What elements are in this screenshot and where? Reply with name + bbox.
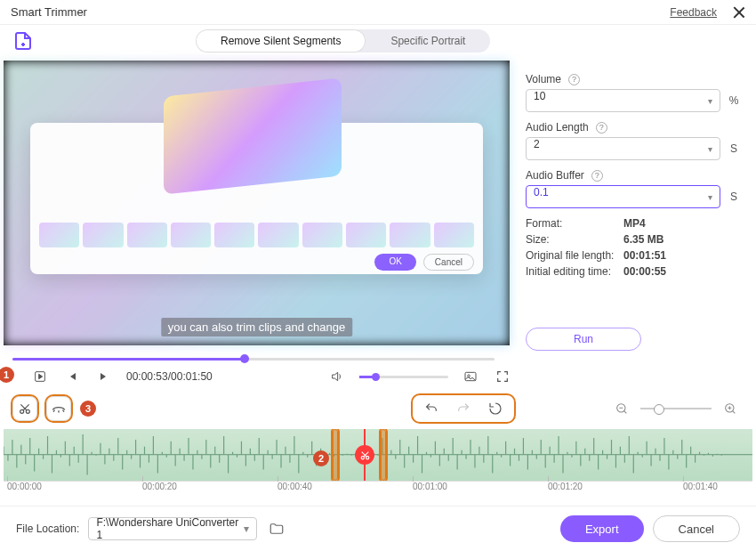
browse-folder-icon[interactable]: [266, 518, 287, 539]
callout-2: 2: [313, 450, 329, 466]
format-label: Format:: [526, 217, 623, 230]
seek-bar[interactable]: [12, 354, 744, 363]
ruler-tick: 00:01:40: [683, 482, 718, 491]
preview-cancel-button: Cancel: [423, 254, 474, 271]
cancel-button[interactable]: Cancel: [653, 515, 740, 542]
cut-marker-icon[interactable]: [355, 445, 374, 465]
prev-frame-button[interactable]: [62, 367, 82, 386]
timecode: 00:00:53/00:01:50: [126, 370, 213, 383]
help-icon[interactable]: ?: [596, 122, 607, 134]
cut-button[interactable]: [12, 396, 37, 421]
volume-select[interactable]: 10▾: [526, 89, 720, 112]
export-button[interactable]: Export: [560, 515, 644, 542]
zoom-in-button[interactable]: [720, 399, 740, 418]
ruler-tick: 00:00:00: [7, 482, 42, 491]
selection-handle-right[interactable]: [381, 429, 386, 481]
help-icon[interactable]: ?: [568, 74, 580, 85]
chevron-down-icon: ▾: [244, 523, 249, 535]
audio-buffer-label: Audio Buffer: [526, 169, 584, 182]
tab-remove-silent[interactable]: Remove Silent Segments: [196, 29, 366, 53]
tab-specific-portrait[interactable]: Specific Portrait: [366, 29, 490, 53]
volume-unit: %: [728, 94, 740, 107]
ruler-tick: 00:01:00: [413, 482, 447, 491]
ruler-tick: 00:00:40: [277, 482, 312, 491]
audio-length-select[interactable]: 2▾: [526, 137, 720, 160]
ruler-tick: 00:01:20: [548, 482, 583, 491]
audio-waveform[interactable]: 2: [4, 429, 752, 481]
preview-ok-button: OK: [374, 254, 415, 271]
zoom-slider[interactable]: [640, 408, 712, 409]
init-time-label: Initial editing time:: [526, 265, 623, 278]
format-value: MP4: [623, 217, 740, 230]
help-icon[interactable]: ?: [591, 170, 603, 182]
size-label: Size:: [526, 233, 623, 246]
size-value: 6.35 MB: [623, 233, 740, 246]
fullscreen-icon[interactable]: [493, 367, 512, 386]
chevron-down-icon: ▾: [708, 192, 712, 202]
snapshot-icon[interactable]: [461, 367, 480, 386]
callout-3: 3: [80, 401, 96, 417]
orig-length-value: 00:01:51: [623, 249, 740, 262]
volume-label: Volume: [526, 73, 561, 85]
callout-1: 1: [0, 367, 14, 383]
next-frame-button[interactable]: [94, 367, 114, 386]
close-icon[interactable]: [733, 6, 745, 19]
audio-length-unit: S: [728, 142, 740, 155]
video-preview: OK Cancel you can also trim clips and ch…: [4, 61, 510, 345]
run-button[interactable]: Run: [526, 328, 641, 351]
init-time-value: 00:00:55: [623, 265, 740, 278]
add-file-icon[interactable]: [11, 28, 36, 53]
file-location-select[interactable]: F:\Wondershare UniConverter 1▾: [88, 517, 257, 540]
zoom-out-button[interactable]: [612, 399, 631, 418]
file-location-label: File Location:: [16, 523, 79, 535]
mode-tabs: Remove Silent Segments Specific Portrait: [196, 29, 490, 53]
audio-length-label: Audio Length: [526, 121, 589, 134]
window-title: Smart Trimmer: [11, 5, 87, 19]
feedback-link[interactable]: Feedback: [670, 6, 717, 19]
redo-button[interactable]: [454, 399, 473, 418]
play-button[interactable]: [30, 367, 50, 386]
reset-button[interactable]: [486, 399, 505, 418]
video-caption: you can also trim clips and change: [161, 318, 352, 336]
selection-handle-left[interactable]: [333, 429, 338, 481]
chevron-down-icon: ▾: [708, 96, 712, 106]
orig-length-label: Original file length:: [526, 249, 623, 262]
volume-icon[interactable]: [327, 367, 347, 386]
chevron-down-icon: ▾: [708, 144, 712, 154]
hide-button[interactable]: [46, 396, 71, 421]
audio-buffer-select[interactable]: 0.1▾: [526, 185, 720, 208]
undo-button[interactable]: [422, 399, 441, 418]
volume-slider[interactable]: [359, 376, 448, 378]
audio-buffer-unit: S: [728, 190, 740, 203]
ruler-tick: 00:00:20: [142, 482, 177, 491]
